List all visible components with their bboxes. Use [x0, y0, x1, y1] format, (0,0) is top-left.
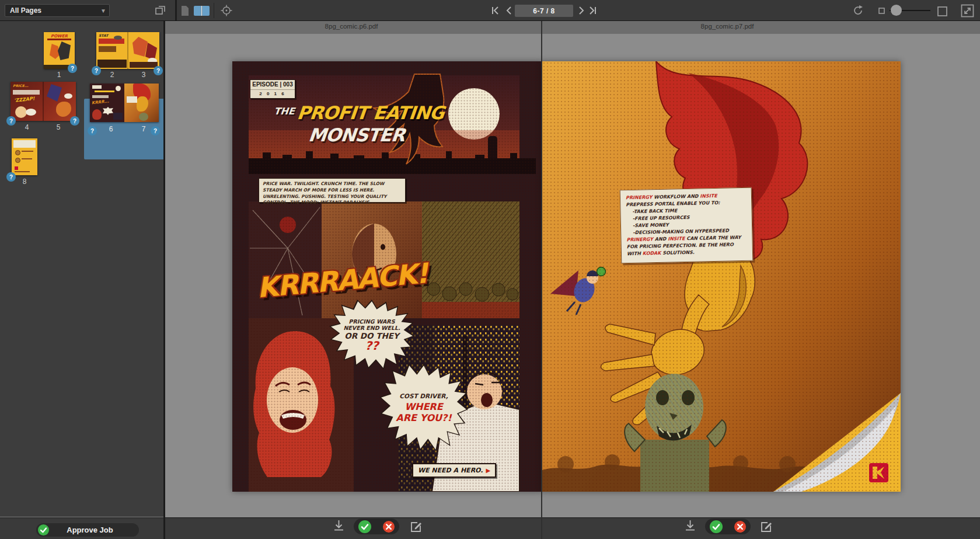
chevron-left-icon — [505, 6, 512, 15]
thumb6-title — [95, 91, 114, 92]
page-4-question-badge[interactable]: ? — [6, 116, 16, 126]
comic-title: THE PROFIT EATING MONSTER — [262, 102, 454, 145]
large-square-icon — [937, 6, 947, 16]
thumb2-crowd — [97, 60, 127, 68]
play-triangle-icon: ▶ — [486, 467, 490, 474]
page-5-question-badge[interactable]: ? — [70, 116, 79, 126]
zoom-slider-handle[interactable] — [891, 5, 902, 16]
annotate-page-7-button[interactable] — [759, 519, 774, 534]
fit-to-window-button[interactable] — [960, 4, 975, 18]
fit-screen-icon — [961, 4, 974, 18]
zoom-in-button[interactable] — [936, 5, 948, 17]
zoom-out-button[interactable] — [878, 7, 885, 15]
thumb8-line — [22, 158, 32, 159]
next-spread-button[interactable] — [577, 4, 586, 18]
page-7-artwork — [542, 61, 901, 492]
page-number-5[interactable]: 5 — [46, 123, 71, 131]
thumb6-woman — [92, 109, 102, 120]
page-number-8[interactable]: 8 — [12, 178, 37, 186]
previous-spread-button[interactable] — [504, 4, 513, 18]
thumb2-title: STAT — [99, 33, 108, 37]
single-page-view-button[interactable] — [179, 4, 191, 17]
thumb6-moon — [116, 86, 121, 91]
page-7-question-badge[interactable]: ? — [151, 126, 160, 135]
crosshair-icon — [221, 5, 232, 16]
approve-job-button[interactable]: Approve Job — [36, 523, 139, 537]
document-page-6[interactable]: EPISODE | 003 2 0 1 6 THE PROFIT EATING … — [232, 61, 542, 492]
page-3-question-badge[interactable]: ? — [154, 66, 163, 75]
edit-pencil-icon — [410, 520, 423, 533]
download-page-6-button[interactable] — [332, 519, 346, 534]
thumbnail-sidebar: POWER STAT PRICE... 'ZZZAP! — [0, 21, 163, 517]
thumb4-caption — [13, 90, 40, 95]
page-6-review-status — [354, 519, 399, 534]
episode-number: EPISODE | 003 — [250, 80, 295, 90]
approve-page-7-toggle[interactable] — [710, 520, 723, 533]
pages-filter-value: All Pages — [5, 6, 97, 15]
spread-view-button[interactable] — [193, 4, 210, 18]
thumbnail-pages-2-3[interactable]: STAT — [96, 32, 159, 69]
page-number-2[interactable]: 2 — [99, 71, 125, 79]
thumbnail-pages-6-7[interactable]: KRRR... — [90, 84, 159, 122]
approve-check-icon — [358, 520, 371, 533]
pane-header-bar — [165, 21, 980, 34]
detach-panel-button[interactable] — [154, 4, 168, 17]
page-1-question-badge[interactable]: ? — [68, 64, 77, 73]
thumb2-panel — [99, 39, 124, 44]
registration-tool-button[interactable] — [219, 4, 233, 17]
thumb2-ufo — [114, 36, 122, 40]
thumbnail-pages-4-5[interactable]: PRICE... 'ZZZAP! — [11, 82, 76, 121]
bottom-toolbar — [0, 517, 980, 539]
page-number-4[interactable]: 4 — [14, 123, 40, 131]
speech-burst-cost-driver: COST DRIVER, WHERE ARE YOU?! — [379, 364, 468, 451]
last-page-icon — [588, 6, 597, 15]
thumb2-panel — [99, 46, 116, 52]
hero-strip-text: WE NEED A HERO. — [418, 467, 483, 474]
thumbnail-page-1[interactable]: POWER — [44, 32, 75, 69]
thumb7-infobox — [127, 96, 137, 103]
thumb1-bar — [47, 39, 71, 40]
thumb5-figure — [47, 84, 62, 102]
thumb8-logo — [15, 166, 18, 170]
reject-page-6-toggle[interactable] — [383, 521, 395, 533]
thumb1-title: POWER — [44, 34, 75, 39]
burst2-line2: WHERE — [404, 401, 442, 412]
page-number-1[interactable]: 1 — [46, 71, 72, 79]
page-6-question-badge[interactable]: ? — [88, 126, 97, 135]
thumb-gutter — [127, 32, 128, 69]
sidebar-resize-border[interactable] — [163, 21, 165, 539]
top-toolbar: All Pages ▼ — [0, 0, 980, 21]
reject-page-7-toggle[interactable] — [734, 521, 746, 533]
rotate-icon — [852, 4, 864, 17]
thumb6-episode — [92, 85, 102, 89]
prinergy-infobox: PRINERGY WORKFLOW AND INSITE PREPRESS PO… — [620, 187, 754, 264]
pages-filter-dropdown[interactable]: All Pages ▼ — [5, 4, 110, 17]
thumbnail-page-8[interactable] — [12, 138, 37, 175]
approve-page-6-toggle[interactable] — [358, 520, 371, 533]
pane-divider[interactable] — [541, 21, 542, 539]
page-2-question-badge[interactable]: ? — [92, 66, 101, 75]
thumb6-caption — [92, 95, 109, 98]
page-number-6[interactable]: 6 — [98, 125, 124, 133]
single-page-icon — [180, 5, 190, 16]
page-indicator[interactable]: 6-7 / 8 — [515, 5, 573, 17]
approve-job-label: Approve Job — [49, 526, 139, 534]
thumb8-line — [15, 171, 30, 172]
rotate-view-button[interactable] — [850, 4, 866, 18]
page-8-question-badge[interactable]: ? — [6, 172, 16, 182]
first-spread-button[interactable] — [490, 4, 501, 18]
download-page-7-button[interactable] — [683, 519, 697, 534]
thumb4-title: PRICE... — [13, 84, 29, 88]
sidekick-figure — [550, 267, 606, 315]
chevron-down-icon: ▼ — [97, 5, 109, 16]
last-spread-button[interactable] — [587, 4, 598, 18]
document-page-7[interactable]: PRINERGY WORKFLOW AND INSITE PREPRESS PO… — [542, 61, 901, 492]
thumb3-figure — [132, 37, 148, 57]
thumb4-face — [15, 106, 27, 118]
reject-x-icon — [383, 521, 395, 533]
edit-pencil-icon — [760, 520, 773, 533]
toolbar-separator — [175, 0, 177, 21]
annotate-page-6-button[interactable] — [409, 519, 424, 534]
page-number-3[interactable]: 3 — [131, 71, 156, 79]
chevron-right-icon — [578, 6, 585, 15]
